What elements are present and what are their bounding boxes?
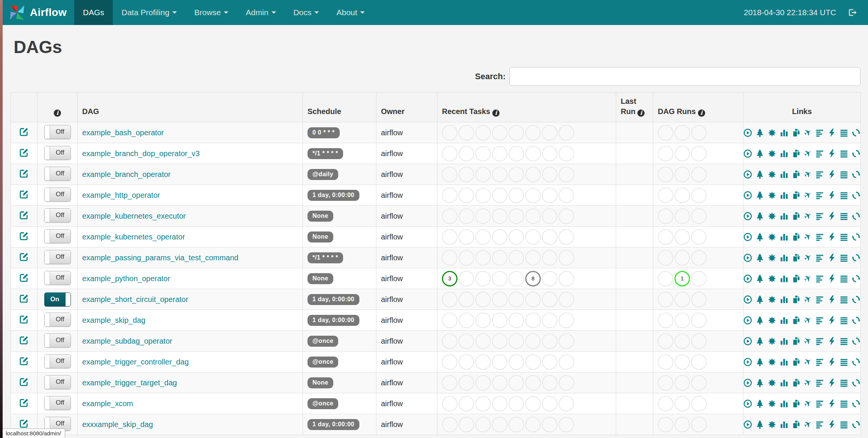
refresh-icon[interactable] bbox=[852, 253, 860, 262]
dag-details-icon[interactable] bbox=[840, 253, 848, 262]
task-state-circle[interactable] bbox=[542, 125, 557, 141]
task-state-circle[interactable] bbox=[559, 167, 574, 182]
dag-run-circle[interactable] bbox=[691, 271, 707, 286]
dag-link[interactable]: example_trigger_controller_dag bbox=[82, 358, 189, 366]
task-state-circle[interactable] bbox=[509, 167, 524, 182]
dag-run-circle[interactable] bbox=[658, 146, 673, 161]
dag-run-circle[interactable] bbox=[674, 333, 690, 349]
refresh-icon[interactable] bbox=[852, 274, 860, 283]
gantt-view-icon[interactable] bbox=[815, 399, 824, 408]
task-state-circle[interactable] bbox=[475, 333, 491, 349]
task-state-circle[interactable] bbox=[509, 313, 524, 328]
task-duration-icon[interactable] bbox=[780, 379, 788, 387]
task-state-circle[interactable] bbox=[559, 229, 574, 245]
dag-run-circle[interactable] bbox=[691, 417, 707, 432]
task-state-circle[interactable] bbox=[475, 417, 491, 432]
refresh-icon[interactable] bbox=[852, 149, 860, 158]
landing-times-icon[interactable]: ✈ bbox=[804, 212, 812, 221]
task-state-circle[interactable] bbox=[459, 146, 474, 161]
dag-link[interactable]: example_kubernetes_operator bbox=[82, 233, 185, 241]
landing-times-icon[interactable]: ✈ bbox=[804, 399, 812, 408]
task-state-circle[interactable] bbox=[492, 396, 507, 411]
dag-link[interactable]: exxxample_skip_dag bbox=[82, 420, 153, 429]
code-view-icon[interactable] bbox=[827, 170, 836, 179]
tree-view-icon[interactable] bbox=[756, 253, 764, 262]
task-state-circle[interactable] bbox=[442, 417, 457, 432]
trigger-dag-icon[interactable] bbox=[743, 128, 752, 137]
dag-details-icon[interactable] bbox=[840, 274, 848, 283]
task-state-circle[interactable] bbox=[442, 354, 457, 370]
task-state-circle[interactable] bbox=[559, 354, 574, 370]
dag-run-circle[interactable] bbox=[691, 396, 707, 411]
task-state-circle[interactable] bbox=[542, 271, 557, 286]
task-state-circle[interactable] bbox=[559, 271, 574, 286]
refresh-icon[interactable] bbox=[852, 170, 860, 179]
task-state-circle[interactable] bbox=[525, 375, 541, 391]
task-tries-icon[interactable] bbox=[792, 149, 801, 158]
landing-times-icon[interactable]: ✈ bbox=[804, 379, 812, 387]
task-state-circle[interactable] bbox=[525, 396, 541, 411]
graph-view-icon[interactable] bbox=[768, 149, 776, 158]
task-state-circle[interactable] bbox=[525, 167, 541, 182]
refresh-icon[interactable] bbox=[852, 128, 860, 137]
task-state-circle[interactable] bbox=[475, 313, 491, 328]
task-state-circle[interactable] bbox=[542, 313, 557, 328]
dag-run-circle[interactable] bbox=[674, 313, 690, 328]
dag-details-icon[interactable] bbox=[840, 316, 848, 325]
task-state-circle[interactable] bbox=[475, 375, 491, 391]
dag-link[interactable]: example_skip_dag bbox=[82, 316, 145, 324]
task-state-circle[interactable] bbox=[475, 229, 491, 245]
tree-view-icon[interactable] bbox=[756, 191, 764, 200]
task-state-circle[interactable] bbox=[559, 333, 574, 349]
task-duration-icon[interactable] bbox=[780, 253, 788, 262]
code-view-icon[interactable] bbox=[827, 337, 836, 346]
dag-run-circle[interactable] bbox=[658, 313, 673, 328]
tree-view-icon[interactable] bbox=[756, 420, 764, 429]
nav-item-admin[interactable]: Admin bbox=[237, 0, 285, 25]
task-state-circle[interactable] bbox=[442, 250, 457, 266]
refresh-icon[interactable] bbox=[852, 295, 860, 304]
task-state-circle[interactable] bbox=[442, 188, 457, 203]
task-state-circle[interactable] bbox=[509, 188, 524, 203]
edit-dag-icon[interactable] bbox=[19, 210, 29, 220]
dag-run-circle[interactable] bbox=[691, 292, 707, 307]
dag-details-icon[interactable] bbox=[840, 295, 848, 304]
dag-link[interactable]: example_python_operator bbox=[82, 274, 170, 283]
task-state-circle[interactable] bbox=[525, 146, 541, 161]
landing-times-icon[interactable]: ✈ bbox=[804, 233, 812, 241]
dag-pause-toggle[interactable]: Off bbox=[44, 188, 71, 202]
dag-pause-toggle[interactable]: Off bbox=[44, 396, 71, 410]
task-state-circle[interactable] bbox=[509, 354, 524, 370]
graph-view-icon[interactable] bbox=[768, 170, 776, 179]
refresh-icon[interactable] bbox=[852, 337, 860, 346]
dag-link[interactable]: example_passing_params_via_test_command bbox=[82, 253, 238, 262]
landing-times-icon[interactable]: ✈ bbox=[804, 337, 812, 346]
code-view-icon[interactable] bbox=[827, 191, 836, 200]
task-state-circle[interactable] bbox=[492, 250, 507, 266]
dag-run-circle[interactable] bbox=[674, 125, 690, 141]
edit-dag-icon[interactable] bbox=[19, 127, 29, 137]
trigger-dag-icon[interactable] bbox=[743, 420, 752, 429]
task-state-circle[interactable] bbox=[459, 396, 474, 411]
logout-icon[interactable] bbox=[848, 8, 857, 17]
dag-run-circle[interactable] bbox=[674, 146, 690, 161]
task-tries-icon[interactable] bbox=[792, 295, 801, 304]
gantt-view-icon[interactable] bbox=[815, 233, 824, 241]
task-state-circle[interactable] bbox=[442, 313, 457, 328]
dag-run-circle[interactable] bbox=[691, 333, 707, 349]
task-state-circle[interactable] bbox=[542, 375, 557, 391]
task-tries-icon[interactable] bbox=[792, 128, 801, 137]
task-state-circle[interactable] bbox=[542, 333, 557, 349]
task-state-circle[interactable] bbox=[559, 396, 574, 411]
dag-pause-toggle[interactable]: Off bbox=[44, 271, 71, 285]
task-state-circle[interactable] bbox=[542, 167, 557, 182]
graph-view-icon[interactable] bbox=[768, 379, 776, 387]
landing-times-icon[interactable]: ✈ bbox=[804, 274, 812, 283]
task-state-circle[interactable] bbox=[542, 292, 557, 307]
task-state-circle[interactable] bbox=[542, 250, 557, 266]
task-state-circle[interactable] bbox=[542, 417, 557, 432]
dag-details-icon[interactable] bbox=[840, 337, 848, 346]
task-state-circle[interactable] bbox=[559, 188, 574, 203]
task-duration-icon[interactable] bbox=[780, 337, 788, 346]
task-state-circle[interactable] bbox=[492, 188, 507, 203]
